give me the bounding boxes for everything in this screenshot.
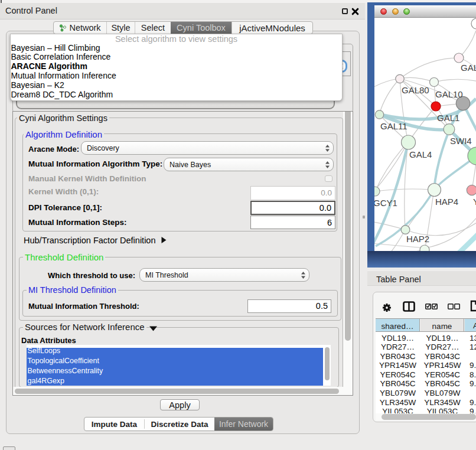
svg-text:Y: Y: [473, 197, 476, 207]
svg-text:GAL4: GAL4: [409, 149, 432, 159]
svg-text:GCY1: GCY1: [374, 198, 397, 208]
svg-text:GAL11: GAL11: [380, 121, 407, 131]
svg-text:GAL: GAL: [461, 63, 476, 73]
svg-text:SWI4: SWI4: [450, 136, 472, 146]
svg-text:HAP2: HAP2: [406, 234, 429, 244]
svg-text:GAL10: GAL10: [435, 89, 463, 99]
svg-text:GAL1: GAL1: [437, 113, 459, 123]
svg-text:HAP4: HAP4: [435, 197, 458, 207]
svg-text:GAL80: GAL80: [402, 85, 429, 95]
